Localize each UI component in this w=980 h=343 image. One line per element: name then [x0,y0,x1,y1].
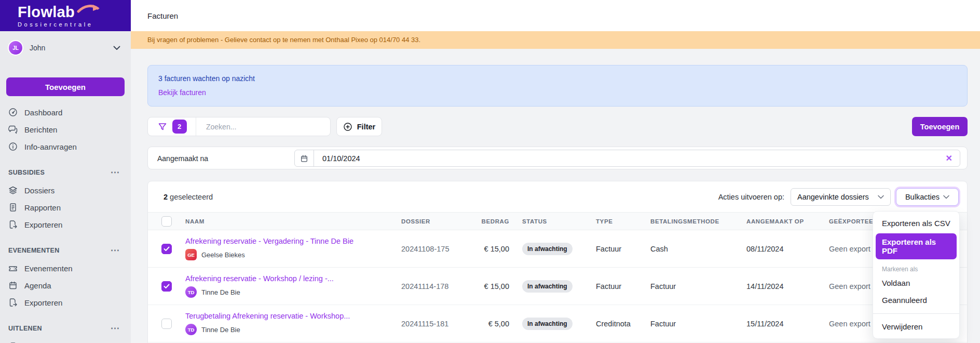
column-header-status[interactable]: STATUS [515,218,589,225]
type-cell: Factuur [589,245,644,253]
sidebar-item-dossiers[interactable]: Dossiers [0,183,131,197]
chevron-down-icon[interactable] [113,46,120,50]
created-cell: 14/11/2024 [740,282,822,291]
menu-item-voldaan[interactable]: Voldaan [873,274,959,292]
column-header-bedrag[interactable]: BEDRAG [479,218,515,225]
ellipsis-icon[interactable]: ⋯ [111,326,119,331]
active-filters-button[interactable]: 2 [148,117,196,136]
dossier-cell: 20241108-175 [401,245,479,253]
invoice-name-link[interactable]: Afrekening reservatie - Vergadering - Ti… [185,237,401,245]
selected-label: geselecteerd [170,193,213,201]
payment-cell: Cash [644,245,740,253]
sidebar-item-label: Evenementen [24,264,73,273]
amount-cell: € 15,00 [479,282,515,291]
org-name: Tinne De Bie [201,326,240,334]
org-name: Tinne De Bie [201,288,240,296]
org-avatar: GE [185,249,197,260]
brand-name: Flowlab [18,5,131,20]
search-input[interactable] [196,117,330,136]
menu-item-export-pdf[interactable]: Exporteren als PDF [876,233,957,259]
column-header-type[interactable]: TYPE [589,218,644,225]
sidebar: Flowlab Dossiercentrale JL John Toevoege… [0,0,131,343]
column-header-betalingsmethode[interactable]: BETALINGSMETHODE [644,218,740,225]
layers-icon [8,186,18,195]
org-name: Geelse Biekes [201,251,245,259]
invoice-name-link[interactable]: Afrekening reservatie - Workshop / lezin… [185,274,401,283]
sidebar-item-label: Agenda [24,281,51,290]
sidebar-item-evenementen[interactable]: Evenementen [0,261,131,275]
ellipsis-icon[interactable]: ⋯ [111,170,119,175]
org-avatar: TD [185,286,197,298]
section-label: SUBSIDIES [8,169,45,176]
payment-cell: Factuur [644,282,740,291]
chevron-down-icon [878,195,884,199]
sidebar-item-label: Exporteren [24,298,62,307]
column-header-aangemaakt-op[interactable]: AANGEMAAKT OP [740,218,822,225]
sidebar-item-berichten[interactable]: Berichten [0,122,131,137]
check-icon [164,284,170,289]
bulk-actions-button[interactable]: Bulkacties [896,188,959,206]
filter-button[interactable]: Filter [336,117,382,136]
notice-banner: Bij vragen of problemen - Gelieve contac… [131,31,980,49]
logo-arrow-icon [77,4,101,14]
brand-logo: Flowlab Dossiercentrale [0,0,131,31]
amount-cell: € 15,00 [479,245,515,253]
menu-item-export-csv[interactable]: Exporteren als CSV [873,215,959,232]
invoice-name-link[interactable]: Terugbetaling Afrekening reservatie - Wo… [185,312,401,320]
row-checkbox[interactable] [161,244,172,254]
select-all-checkbox[interactable] [161,216,172,227]
dossier-cell: 20241115-181 [401,320,479,328]
search-filter-group: 2 [147,117,331,136]
sidebar-item-exporteren-subsidies[interactable]: Exporteren [0,217,131,232]
chat-icon [8,125,18,134]
sidebar-add-button[interactable]: Toevoegen [6,77,125,96]
funnel-icon [157,122,168,132]
action-target-select[interactable]: Aangevinkte dossiers [791,188,891,206]
menu-item-geannuleerd[interactable]: Geannuleerd [873,292,959,309]
table-header-row: NAAM DOSSIER BEDRAG STATUS TYPE BETALING… [148,212,967,230]
payment-cell: Factuur [644,320,740,328]
ellipsis-icon[interactable]: ⋯ [111,248,119,253]
calendar-icon[interactable] [295,150,314,166]
app-root: Flowlab Dossiercentrale JL John Toevoege… [0,0,980,343]
sidebar-item-label: Dossiers [24,186,55,195]
bulk-actions-label: Bulkacties [905,193,940,201]
view-invoices-link[interactable]: Bekijk facturen [158,88,206,97]
selected-count-text: 2 geselecteerd [164,193,213,201]
date-input[interactable]: 01/10/2024 ✕ [294,150,960,167]
menu-item-verwijderen[interactable]: Verwijderen [873,318,959,335]
user-menu[interactable]: JL John [0,31,131,56]
status-badge: In afwachting [522,280,573,293]
table-row: Afrekening reservatie - Vergadering - Ti… [148,230,967,268]
menu-group-label: Markeren als [873,261,959,274]
type-cell: Factuur [589,282,644,291]
column-header-dossier[interactable]: DOSSIER [401,218,479,225]
status-badge: In afwachting [522,243,573,255]
row-checkbox[interactable] [161,319,172,329]
sidebar-item-agenda[interactable]: Agenda [0,278,131,293]
document-icon [8,203,18,212]
sidebar-item-rapporten[interactable]: Rapporten [0,200,131,215]
row-checkbox[interactable] [161,281,172,292]
column-header-naam[interactable]: NAAM [185,218,401,225]
sidebar-item-uitleenaanvragen[interactable]: Uitleenaanvragen [0,339,131,343]
date-value[interactable]: 01/10/2024 [314,154,946,163]
plus-circle-icon [343,122,352,131]
sidebar-item-dashboard[interactable]: Dashboard [0,105,131,120]
action-target-value: Aangevinkte dossiers [797,193,869,201]
sidebar-item-info-aanvragen[interactable]: Info-aanvragen [0,139,131,154]
actions-label: Acties uitvoeren op: [718,193,784,201]
selected-count: 2 [164,193,168,201]
table-toolbar: 2 geselecteerd Acties uitvoeren op: Aang… [148,181,967,212]
sidebar-item-label: Dashboard [24,108,62,117]
created-cell: 08/11/2024 [740,245,822,253]
ticket-icon [8,263,18,273]
top-bar: Facturen [131,0,980,31]
close-icon[interactable]: ✕ [946,153,960,163]
menu-divider [873,313,959,314]
calendar-icon [8,281,18,290]
sidebar-item-exporteren-evenementen[interactable]: Exporteren [0,295,131,310]
sidebar-menu: Dashboard Berichten Info-aanvragen SUBSI… [0,105,131,343]
add-invoice-button[interactable]: Toevoegen [912,117,968,136]
sidebar-item-label: Berichten [24,125,57,134]
